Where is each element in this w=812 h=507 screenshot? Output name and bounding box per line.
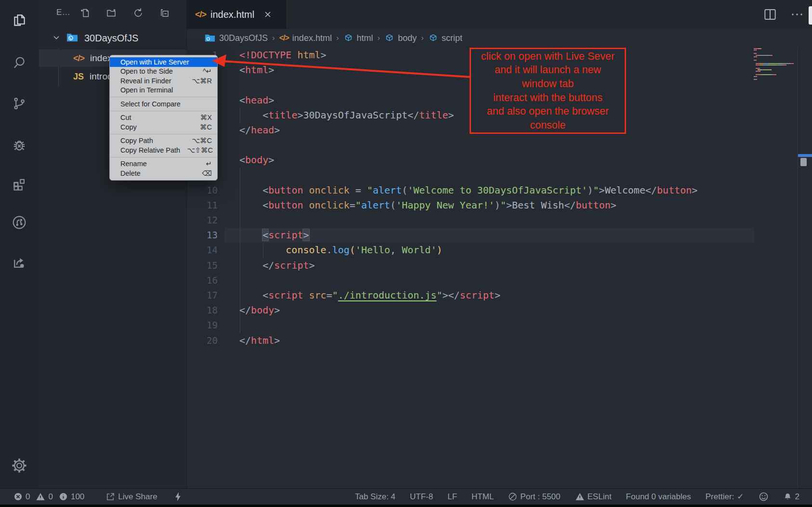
minimap-line (754, 66, 796, 67)
line-number[interactable]: 11 (187, 198, 239, 213)
breadcrumb: 30DaysOfJS › </> index.html › html › bod… (187, 29, 812, 47)
prettier-indicator[interactable]: Prettier:✓ (706, 492, 744, 502)
code-line[interactable] (239, 318, 750, 333)
minimap-line (754, 69, 796, 70)
live-share-button[interactable]: Live Share (106, 492, 157, 502)
warning-icon (575, 492, 585, 501)
overview-ruler-decoration (798, 154, 812, 157)
line-number[interactable]: 12 (187, 213, 239, 228)
tab-label: index.html (210, 9, 254, 20)
code-line[interactable]: <button onclick="alert('Happy New Year!'… (239, 198, 750, 213)
refresh-icon[interactable] (132, 7, 144, 19)
line-number[interactable]: 15 (187, 258, 239, 273)
new-file-icon[interactable] (79, 7, 92, 19)
breadcrumb-item-folder[interactable]: 30DaysOfJS (204, 33, 268, 43)
port-indicator[interactable]: Port : 5500 (508, 492, 560, 502)
context-menu-item[interactable]: Cut⌘X (110, 113, 217, 123)
run-debug-icon[interactable] (8, 134, 30, 156)
minimap-line (754, 52, 796, 52)
menu-separator (110, 97, 217, 97)
code-line[interactable]: <button onclick = "alert('Welcome to 30D… (239, 183, 750, 198)
problems-indicator[interactable]: 0 0 100 (13, 492, 84, 502)
minimap-line (754, 61, 796, 62)
scrollbar-thumb[interactable] (800, 158, 807, 166)
minimap-line (754, 53, 796, 54)
js-file-icon: JS (73, 72, 84, 82)
context-menu-item[interactable]: Open with Live Server (110, 57, 217, 67)
context-menu-item[interactable]: Copy Path⌥⌘C (110, 136, 217, 146)
more-actions-icon[interactable] (790, 9, 804, 22)
line-number[interactable]: 18 (187, 303, 239, 318)
variables-indicator[interactable]: Found 0 variables (626, 492, 691, 502)
eol-indicator[interactable]: LF (447, 492, 457, 502)
split-editor-icon[interactable] (762, 7, 778, 24)
line-number[interactable]: 19 (187, 318, 239, 333)
code-line[interactable] (239, 213, 750, 228)
chevron-right-icon: › (421, 33, 424, 43)
share-icon (106, 492, 115, 501)
breadcrumb-item-file[interactable]: </> index.html (279, 33, 332, 43)
code-line[interactable]: console.log('Hello, World') (239, 243, 750, 258)
encoding-indicator[interactable]: UTF-8 (410, 492, 433, 502)
close-icon[interactable] (262, 9, 274, 20)
activity-bar (0, 0, 39, 507)
new-folder-icon[interactable] (105, 7, 118, 19)
lightning-bolt-icon[interactable] (174, 492, 182, 502)
notifications-bell[interactable]: 2 (783, 492, 799, 502)
tab-index-html[interactable]: </> index.html (187, 0, 286, 29)
code-line[interactable] (239, 138, 750, 153)
status-bar: 0 0 100 Live Share Tab Size: (0, 488, 812, 505)
minimap-line (754, 73, 796, 74)
tab-size-indicator[interactable]: Tab Size: 4 (355, 492, 395, 502)
code-line[interactable] (239, 168, 750, 183)
context-menu-item[interactable]: Reveal in Finder⌥⌘R (110, 76, 217, 86)
code-line[interactable] (239, 273, 750, 288)
context-menu-item[interactable]: Copy Relative Path⌥⇧⌘C (110, 145, 217, 155)
line-number[interactable]: 17 (187, 288, 239, 303)
explorer-icon[interactable] (8, 9, 30, 31)
minimap-line (754, 58, 796, 59)
code-line[interactable]: <script> (239, 228, 750, 243)
live-share-icon[interactable] (8, 211, 30, 234)
context-menu-item[interactable]: Select for Compare (110, 99, 217, 109)
share-export-icon[interactable] (8, 251, 30, 273)
workspace-folder-label: 30DaysOfJS (84, 33, 138, 44)
line-number[interactable]: 20 (187, 333, 239, 348)
context-menu-item[interactable]: Open to the Side^↵ (110, 67, 217, 77)
context-menu-item[interactable]: Copy⌘C (110, 122, 217, 132)
folder-icon (204, 33, 216, 43)
window-bottom-edge (0, 505, 812, 507)
collapse-all-icon[interactable] (158, 7, 171, 19)
line-number[interactable]: 13 (187, 228, 239, 243)
line-number[interactable]: 14 (187, 243, 239, 258)
line-number[interactable]: 16 (187, 273, 239, 288)
search-icon[interactable] (8, 52, 30, 74)
extensions-icon[interactable] (8, 173, 30, 195)
minimap[interactable] (754, 48, 796, 81)
code-line[interactable]: </script> (239, 258, 750, 273)
breadcrumb-item-script[interactable]: script (428, 33, 462, 43)
context-menu-item[interactable]: Rename↵ (110, 159, 217, 169)
source-control-icon[interactable] (8, 92, 30, 115)
workspace-folder-row[interactable]: 30DaysOfJS (39, 30, 187, 47)
language-indicator[interactable]: HTML (471, 492, 494, 502)
eslint-indicator[interactable]: ESLint (575, 492, 612, 502)
line-number[interactable]: 10 (187, 183, 239, 198)
breadcrumb-item-html[interactable]: html (343, 33, 373, 43)
code-line[interactable]: </html> (239, 333, 750, 348)
info-icon (59, 492, 68, 501)
settings-gear-icon[interactable] (8, 455, 30, 477)
code-line[interactable]: </body> (239, 303, 750, 318)
folder-icon (66, 32, 79, 45)
context-menu-item[interactable]: Open in Terminal (110, 86, 217, 95)
minimap-line (754, 79, 796, 80)
code-line[interactable]: <script src="./introduction.js"></script… (239, 288, 750, 303)
minimap-line (754, 74, 796, 75)
context-menu-item[interactable]: Delete⌫ (110, 169, 217, 178)
minimap-line (754, 71, 796, 72)
code-line[interactable]: <body> (239, 153, 750, 168)
symbol-cube-icon (343, 33, 354, 43)
minimap-line (754, 63, 796, 64)
feedback-smiley-icon[interactable] (759, 492, 769, 502)
breadcrumb-item-body[interactable]: body (384, 33, 417, 43)
